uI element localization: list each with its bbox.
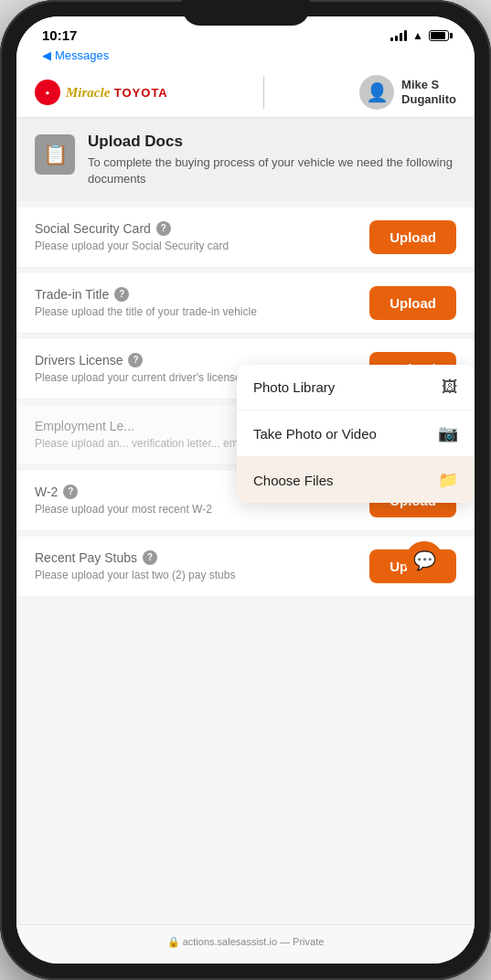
header-divider: [263, 76, 264, 109]
upload-button-social-security[interactable]: Upload: [369, 220, 456, 254]
signal-icon: [390, 30, 407, 41]
help-icon-w2[interactable]: ?: [63, 485, 78, 499]
upload-docs-header: 📋 Upload Docs To complete the buying pro…: [16, 118, 475, 202]
toyota-logo-icon: ●: [35, 80, 60, 105]
doc-info-trade-in: Trade-in Title ? Please upload the title…: [35, 287, 369, 320]
toyota-text: TOYOTA: [114, 86, 168, 100]
doc-row-drivers-license: Drivers License ? Please upload your cur…: [16, 339, 475, 399]
dropdown-label-take-photo: Take Photo or Video: [253, 426, 377, 442]
doc-info-pay-stubs: Recent Pay Stubs ? Please upload your la…: [35, 550, 369, 583]
upload-header-text: Upload Docs To complete the buying proce…: [88, 133, 456, 187]
doc-desc-social-security: Please upload your Social Security card: [35, 239, 358, 254]
user-info: Mike S Duganlito: [401, 78, 456, 106]
phone-notch: [182, 0, 310, 26]
battery-icon: [429, 30, 449, 41]
upload-dropdown-menu: Photo Library 🖼 Take Photo or Video 📷 Ch…: [237, 365, 475, 503]
back-navigation[interactable]: ◀ Messages: [16, 47, 475, 68]
wifi-icon: ▲: [412, 29, 423, 42]
help-icon-pay-stubs[interactable]: ?: [143, 550, 157, 565]
docs-icon: 📋: [35, 134, 75, 175]
doc-desc-trade-in: Please upload the title of your trade-in…: [35, 304, 358, 320]
brand-name: Miracle TOYOTA: [66, 84, 168, 101]
upload-description: To complete the buying process of your v…: [88, 154, 456, 187]
dropdown-label-photo-library: Photo Library: [253, 379, 335, 395]
upload-title: Upload Docs: [88, 133, 456, 151]
doc-title-social-security: Social Security Card ?: [35, 221, 358, 236]
doc-title-pay-stubs: Recent Pay Stubs ?: [35, 550, 358, 565]
miracle-text: Miracle: [66, 85, 110, 100]
folder-icon: 📁: [438, 470, 458, 490]
doc-title-trade-in: Trade-in Title ?: [35, 287, 358, 302]
upload-button-trade-in[interactable]: Upload: [369, 286, 456, 320]
status-icons: ▲: [390, 29, 449, 42]
doc-row-trade-in: Trade-in Title ? Please upload the title…: [16, 273, 475, 334]
help-icon-social-security[interactable]: ?: [156, 221, 171, 236]
user-area: 👤 Mike S Duganlito: [359, 75, 456, 110]
help-icon-trade-in[interactable]: ?: [114, 287, 129, 302]
main-content: 📋 Upload Docs To complete the buying pro…: [16, 118, 475, 924]
back-arrow-icon: ◀: [42, 48, 51, 62]
user-name-line1: Mike S: [401, 78, 456, 92]
photo-library-icon: 🖼: [442, 378, 458, 397]
phone-frame: 10:17 ▲ ◀ Messages ●: [0, 0, 491, 980]
dropdown-item-choose-files[interactable]: Choose Files 📁: [237, 457, 475, 503]
dropdown-item-take-photo[interactable]: Take Photo or Video 📷: [237, 410, 475, 457]
doc-desc-pay-stubs: Please upload your last two (2) pay stub…: [35, 568, 358, 583]
bottom-bar-text: 🔒 actions.salesassist.io — Private: [167, 936, 325, 947]
doc-row-pay-stubs: Recent Pay Stubs ? Please upload your la…: [16, 537, 475, 597]
logo-area: ● Miracle TOYOTA: [35, 80, 168, 105]
camera-icon: 📷: [438, 423, 458, 443]
doc-row-social-security: Social Security Card ? Please upload you…: [16, 208, 475, 268]
avatar: 👤: [359, 75, 394, 110]
status-time: 10:17: [42, 27, 77, 43]
doc-info-social-security: Social Security Card ? Please upload you…: [35, 221, 369, 254]
dropdown-label-choose-files: Choose Files: [253, 473, 334, 488]
help-icon-drivers-license[interactable]: ?: [128, 353, 143, 368]
phone-screen: 10:17 ▲ ◀ Messages ●: [16, 16, 475, 964]
doc-desc-w2: Please upload your most recent W-2: [35, 502, 358, 517]
bottom-bar: 🔒 actions.salesassist.io — Private: [16, 924, 475, 964]
dropdown-item-photo-library[interactable]: Photo Library 🖼: [237, 365, 475, 410]
user-name-line2: Duganlito: [401, 92, 456, 107]
app-header: ● Miracle TOYOTA 👤 Mike S Duganlito: [16, 68, 475, 118]
back-label: Messages: [55, 48, 109, 62]
